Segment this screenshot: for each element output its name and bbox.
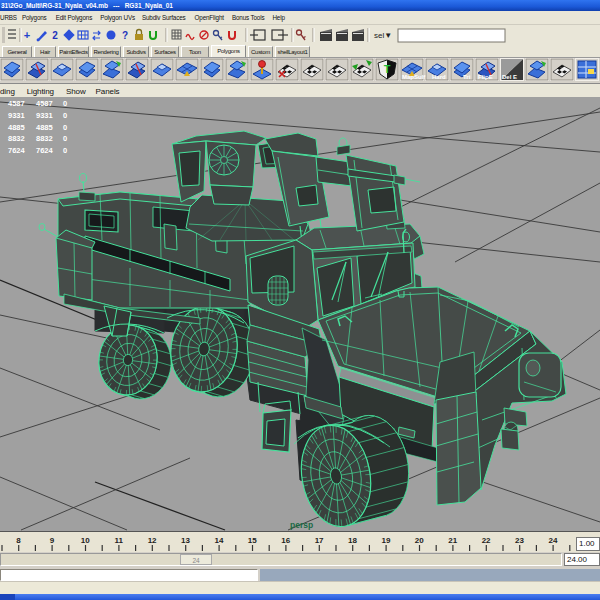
svg-text:19: 19 [381, 536, 390, 545]
svg-text:7624: 7624 [8, 146, 26, 155]
svg-text:9331: 9331 [36, 111, 53, 120]
svg-text:0: 0 [63, 99, 67, 108]
svg-text:16: 16 [281, 536, 290, 545]
svg-text:14: 14 [214, 536, 223, 545]
svg-text:Sulf: Sulf [414, 74, 426, 80]
svg-text:21: 21 [448, 536, 457, 545]
svg-text:13: 13 [181, 536, 190, 545]
svg-text:Del E: Del E [502, 74, 517, 80]
svg-text:0: 0 [63, 146, 67, 155]
svg-text:22: 22 [482, 536, 491, 545]
svg-text:8832: 8832 [36, 134, 53, 143]
svg-text:8832: 8832 [8, 134, 25, 143]
svg-text:sel▼: sel▼ [374, 31, 392, 40]
svg-text:8: 8 [16, 536, 21, 545]
svg-text:0: 0 [63, 134, 67, 143]
svg-text:17: 17 [315, 536, 324, 545]
svg-text:9: 9 [50, 536, 55, 545]
svg-text:4885: 4885 [8, 123, 25, 132]
svg-text:persp: persp [290, 520, 313, 530]
svg-text:10: 10 [81, 536, 90, 545]
svg-text:18: 18 [348, 536, 357, 545]
svg-text:4587: 4587 [8, 99, 25, 108]
svg-text:24: 24 [548, 536, 557, 545]
svg-text:?: ? [122, 30, 128, 41]
svg-text:4587: 4587 [36, 99, 53, 108]
svg-text:+: + [24, 29, 30, 41]
svg-text:0: 0 [63, 111, 67, 120]
svg-text:Map: Map [402, 74, 414, 80]
svg-text:0: 0 [63, 123, 67, 132]
svg-text:2: 2 [52, 30, 58, 41]
svg-text:11: 11 [114, 536, 123, 545]
svg-text:15: 15 [248, 536, 257, 545]
svg-text:Tri: Tri [463, 74, 471, 80]
svg-text:Hard: Hard [432, 74, 446, 80]
svg-text:4885: 4885 [36, 123, 53, 132]
svg-text:T: T [384, 63, 391, 75]
svg-text:23: 23 [515, 536, 524, 545]
svg-text:20: 20 [415, 536, 424, 545]
svg-text:9331: 9331 [8, 111, 25, 120]
svg-text:7624: 7624 [36, 146, 54, 155]
svg-text:FlipE: FlipE [478, 74, 493, 80]
svg-text:12: 12 [148, 536, 157, 545]
